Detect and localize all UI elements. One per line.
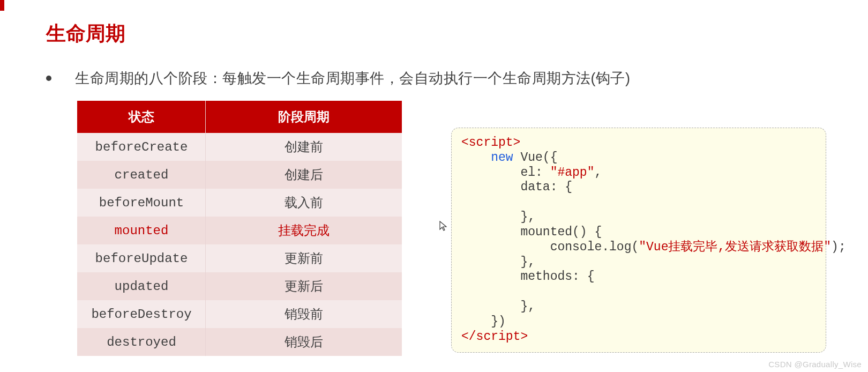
code-segment: methods: { xyxy=(461,270,594,284)
lifecycle-table: 状态 阶段周期 beforeCreate创建前created创建后beforeM… xyxy=(77,101,402,356)
lifecycle-table-wrap: 状态 阶段周期 beforeCreate创建前created创建后beforeM… xyxy=(77,101,402,356)
table-cell-phase: 挂载完成 xyxy=(206,217,402,244)
table-cell-phase: 更新前 xyxy=(206,244,402,272)
code-line: }, xyxy=(461,300,816,315)
table-header-state: 状态 xyxy=(77,101,206,133)
table-header-phase: 阶段周期 xyxy=(206,101,402,133)
table-cell-phase: 销毁后 xyxy=(206,328,402,356)
bullet-icon xyxy=(46,76,51,81)
table-cell-state: mounted xyxy=(77,217,206,244)
code-line: }, xyxy=(461,255,816,270)
code-line: new Vue({ xyxy=(461,151,816,166)
bullet-text: 生命周期的八个阶段：每触发一个生命周期事件，会自动执行一个生命周期方法(钩子) xyxy=(75,69,630,88)
code-segment: new xyxy=(491,151,513,165)
watermark: CSDN @Gradually_Wise xyxy=(768,360,862,369)
code-line: }, xyxy=(461,210,816,225)
bullet-row: 生命周期的八个阶段：每触发一个生命周期事件，会自动执行一个生命周期方法(钩子) xyxy=(46,69,630,88)
table-cell-state: beforeCreate xyxy=(77,133,206,161)
table-row: destroyed销毁后 xyxy=(77,328,402,356)
code-line: methods: { xyxy=(461,270,816,285)
code-line: }) xyxy=(461,315,816,330)
table-cell-state: created xyxy=(77,161,206,189)
table-row: beforeMount载入前 xyxy=(77,189,402,217)
code-line: console.log("Vue挂载完毕,发送请求获取数据"); xyxy=(461,240,816,255)
code-segment: data: { xyxy=(461,180,572,194)
code-line: data: { xyxy=(461,180,816,195)
page-title: 生命周期 xyxy=(46,20,125,47)
cursor-arrow-icon xyxy=(439,221,447,234)
code-segment: console.log( xyxy=(461,240,639,254)
code-line xyxy=(461,285,816,300)
code-segment xyxy=(461,151,491,165)
code-line: el: "#app", xyxy=(461,166,816,181)
table-row: updated更新后 xyxy=(77,272,402,300)
table-row: mounted挂载完成 xyxy=(77,217,402,244)
table-cell-phase: 销毁前 xyxy=(206,300,402,328)
table-cell-phase: 创建后 xyxy=(206,161,402,189)
code-line: <script> xyxy=(461,136,816,151)
code-line: </script> xyxy=(461,330,816,345)
table-cell-phase: 创建前 xyxy=(206,133,402,161)
code-segment: }, xyxy=(461,300,535,314)
code-segment: "Vue挂载完毕,发送请求获取数据" xyxy=(639,240,831,254)
code-segment: Vue({ xyxy=(513,151,558,165)
code-segment: ); xyxy=(831,240,846,254)
table-cell-state: beforeUpdate xyxy=(77,244,206,272)
code-segment: </script> xyxy=(461,330,528,344)
table-row: beforeUpdate更新前 xyxy=(77,244,402,272)
table-cell-state: updated xyxy=(77,272,206,300)
table-row: beforeCreate创建前 xyxy=(77,133,402,161)
code-segment: }, xyxy=(461,210,535,224)
table-cell-state: beforeMount xyxy=(77,189,206,217)
code-line xyxy=(461,195,816,210)
code-segment: el: xyxy=(461,166,550,180)
table-cell-phase: 载入前 xyxy=(206,189,402,217)
table-header-row: 状态 阶段周期 xyxy=(77,101,402,133)
code-segment: "#app" xyxy=(550,166,595,180)
code-segment: }) xyxy=(461,315,506,329)
code-block: <script> new Vue({ el: "#app", data: { }… xyxy=(451,128,826,353)
code-segment: }, xyxy=(461,255,535,269)
code-segment: <script> xyxy=(461,136,520,150)
table-cell-phase: 更新后 xyxy=(206,272,402,300)
red-accent-tab xyxy=(0,0,4,11)
table-row: beforeDestroy销毁前 xyxy=(77,300,402,328)
table-row: created创建后 xyxy=(77,161,402,189)
table-cell-state: destroyed xyxy=(77,328,206,356)
table-cell-state: beforeDestroy xyxy=(77,300,206,328)
code-segment: , xyxy=(594,166,602,180)
code-segment: mounted() { xyxy=(461,225,602,239)
code-line: mounted() { xyxy=(461,225,816,240)
